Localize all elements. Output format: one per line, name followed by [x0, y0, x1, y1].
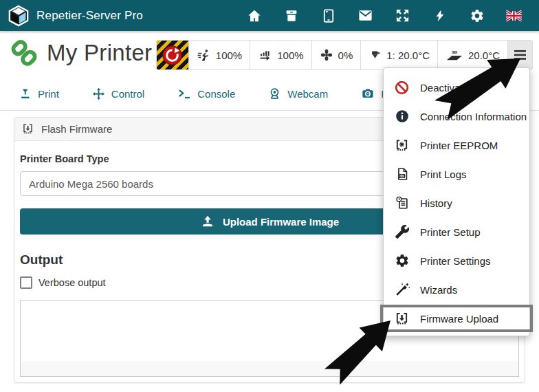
info-icon — [393, 109, 410, 124]
top-navbar: Repetier-Server Pro — [0, 0, 539, 31]
svg-text:LOG: LOG — [399, 175, 405, 177]
heated-bed-icon: sss — [446, 47, 463, 63]
menu-item-printer-eeprom[interactable]: Printer EEPROM — [384, 131, 529, 160]
verbose-output-label: Verbose output — [38, 277, 106, 288]
flow-status[interactable]: 100% — [250, 41, 311, 69]
hamburger-icon — [514, 50, 526, 60]
brand: Repetier-Server Pro — [0, 5, 143, 27]
verbose-output-checkbox[interactable] — [20, 276, 32, 289]
firmware-chip-icon — [393, 311, 410, 327]
tab-print[interactable]: Print — [11, 77, 67, 110]
history-document-icon — [393, 195, 410, 210]
menu-item-firmware-upload[interactable]: Firmware Upload — [380, 305, 533, 332]
menu-item-connection-information[interactable]: Connection Information — [384, 102, 529, 131]
printer-menu-button[interactable] — [507, 41, 532, 69]
power-icon[interactable] — [432, 8, 448, 23]
webcam-icon — [268, 87, 281, 100]
records-camera-icon — [361, 87, 375, 100]
ban-icon — [393, 80, 410, 96]
bed-temp-status[interactable]: sss 20.0°C — [437, 41, 507, 69]
repetier-logo-icon — [8, 5, 30, 27]
printer-queue-icon[interactable] — [283, 8, 299, 23]
tab-control[interactable]: Control — [84, 77, 153, 110]
connection-link-icon — [10, 39, 38, 67]
fullscreen-icon[interactable] — [395, 8, 410, 23]
upload-icon — [200, 214, 215, 229]
messages-icon[interactable] — [358, 8, 373, 23]
flow-icon — [258, 48, 272, 63]
tab-webcam[interactable]: Webcam — [260, 77, 336, 110]
menu-item-printer-settings[interactable]: Printer Settings — [384, 246, 529, 275]
extruder-icon — [368, 49, 382, 62]
move-control-icon — [92, 87, 105, 100]
menu-item-deactivate[interactable]: Deactivate — [384, 73, 529, 102]
extruder-temp-status[interactable]: 1: 20.0°C — [360, 41, 437, 69]
printer-status-bar: 100% 100% 0% 1: 2 — [156, 40, 533, 70]
log-document-icon: LOG — [393, 166, 410, 182]
language-flag-uk-icon[interactable] — [506, 8, 522, 23]
wrench-icon — [393, 224, 410, 239]
panel-title: Flash Firmware — [41, 123, 112, 135]
speed-icon — [197, 48, 211, 63]
printer-header: My Printer — [10, 39, 152, 67]
board-type-value: Arduino Mega 2560 boards — [29, 178, 153, 190]
eeprom-chip-icon — [393, 138, 410, 153]
menu-item-wizards[interactable]: Wizards — [384, 275, 529, 304]
svg-text:sss: sss — [451, 49, 457, 55]
print-icon — [19, 88, 32, 100]
navbar-icons — [246, 8, 539, 23]
console-icon — [177, 87, 191, 100]
fan-icon — [320, 48, 333, 62]
menu-item-printer-setup[interactable]: Printer Setup — [384, 217, 529, 246]
firmware-chip-icon — [21, 122, 34, 135]
touchscreen-icon[interactable] — [320, 8, 336, 23]
printer-name: My Printer — [47, 40, 152, 66]
gear-icon — [393, 253, 410, 268]
magic-wand-icon — [393, 282, 410, 297]
tab-console[interactable]: Console — [169, 77, 243, 110]
menu-item-history[interactable]: History — [384, 188, 529, 217]
printer-dropdown-menu: Deactivate Connection Information Printe… — [383, 67, 530, 336]
home-icon[interactable] — [246, 8, 262, 23]
speed-status[interactable]: 100% — [188, 41, 250, 69]
fan-status[interactable]: 0% — [311, 41, 361, 69]
menu-item-print-logs[interactable]: LOG Print Logs — [384, 160, 529, 188]
global-settings-icon[interactable] — [469, 8, 485, 23]
emergency-stop-button[interactable] — [157, 41, 188, 69]
app-title: Repetier-Server Pro — [36, 9, 143, 23]
